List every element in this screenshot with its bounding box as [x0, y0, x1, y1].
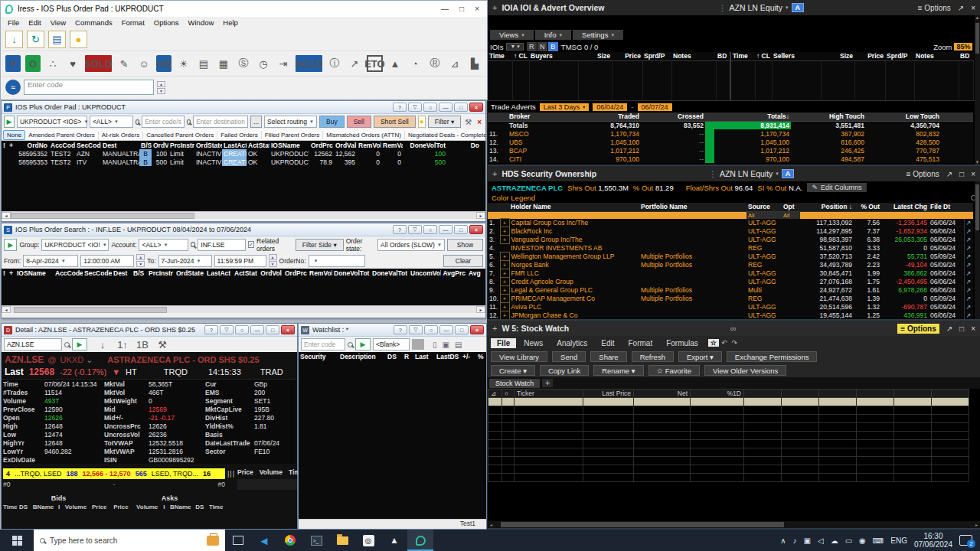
print-icon[interactable]: ▤ — [455, 341, 462, 349]
action-button[interactable]: Refresh — [632, 351, 674, 362]
orderno-select[interactable]: ▼ — [309, 255, 365, 267]
ioia-vscrollbar[interactable]: ▲▼ — [975, 15, 980, 165]
column-header[interactable]: Volume — [260, 468, 283, 476]
file-explorer-icon[interactable] — [329, 530, 355, 551]
code-input[interactable]: Enter code/s — [142, 116, 185, 128]
volume-icon[interactable]: ◁ — [818, 536, 824, 545]
maximize-button[interactable]: □ — [454, 103, 468, 112]
sold-sign-icon[interactable]: SOLD — [85, 55, 112, 72]
filter-funnel-icon[interactable]: ▼ ▾ — [506, 43, 523, 51]
menu-file[interactable]: File — [491, 338, 516, 348]
expand-icon[interactable]: ↗ — [946, 170, 952, 178]
action-button[interactable]: Share — [590, 351, 626, 362]
audit-search-icon[interactable]: ∴ — [45, 55, 60, 72]
security-dropdown-icon[interactable]: ▾ — [776, 171, 779, 177]
menu-item[interactable]: Commands — [71, 18, 116, 28]
move-icon[interactable]: + — [492, 169, 497, 178]
detail-grid-row[interactable]: Time07/06/24 14:15:34MktVal58,365TCurGBp — [2, 380, 296, 388]
favourites-icon[interactable]: ♥ — [65, 55, 80, 72]
holder-row[interactable]: 9.+Legal & General Group PLCMultiple Por… — [488, 286, 973, 295]
task-view-button[interactable] — [225, 530, 251, 551]
venue-select[interactable]: UKXD ⌄ — [60, 355, 93, 365]
depth-one-icon[interactable]: 1↑ — [115, 336, 130, 353]
order-state-select[interactable]: All Orders (SLOW)▼ — [377, 239, 445, 251]
to-date[interactable]: 06/07/24 — [638, 103, 672, 111]
tools-icon[interactable]: ⚒ — [463, 118, 473, 126]
order-row[interactable]: 58595353TEST2ITVMANUALTRADEB500LimitINAC… — [2, 158, 481, 166]
search-icon[interactable] — [64, 342, 70, 347]
holder-row[interactable]: 6.+Norges BankMultiple PortfoliosREG34,4… — [488, 261, 973, 269]
pin-button[interactable]: ○ — [423, 103, 437, 112]
lamp-icon[interactable]: ● — [418, 116, 426, 128]
to-date-select[interactable]: 7-Jun-2024▼ — [158, 255, 212, 267]
destination-browse-button[interactable]: ... — [250, 116, 262, 128]
sold-blue-icon[interactable]: SOLD — [296, 55, 322, 72]
account-select[interactable]: <ALL>▼ — [90, 116, 133, 128]
from-date-select[interactable]: 8-Apr-2024▼ — [23, 255, 78, 267]
quote-strip[interactable]: 4 ...TRQD, LSED 188 12,566 - 12,570 565 … — [3, 468, 225, 479]
action-button[interactable]: Create ▾ — [491, 365, 535, 376]
code-input[interactable]: Enter code — [24, 80, 154, 95]
tools-icon[interactable]: ⚒ — [155, 336, 170, 353]
order-book-icon[interactable]: OB — [156, 55, 172, 72]
options-menu[interactable]: ≡ Options — [906, 170, 939, 178]
watchlist-select[interactable]: <Blank> — [373, 338, 410, 350]
area-chart-icon[interactable]: ▲ — [387, 55, 403, 72]
clock[interactable]: 16:3007/06/2024 — [914, 532, 952, 549]
language-indicator[interactable]: ENG — [890, 536, 907, 545]
action-button[interactable]: ☆ Favorite — [648, 365, 700, 376]
chart-icon[interactable]: ⊿ — [488, 390, 502, 398]
tab[interactable]: Negotiated Deals - Completed — [405, 131, 485, 139]
detail-grid-row[interactable]: Low12474UncrossVol26236Basis — [2, 430, 296, 439]
help-button[interactable]: ? — [393, 225, 407, 234]
screenshare-icon[interactable]: ▣ — [803, 536, 810, 545]
eto-icon[interactable]: ETO — [367, 55, 383, 72]
radio-icon[interactable]: ○ — [502, 390, 514, 398]
bell-icon[interactable]: ● — [70, 31, 87, 48]
from-time-stepper[interactable]: ▲▼ — [136, 254, 145, 267]
filter-button[interactable]: Filter ▾ — [428, 116, 462, 128]
zoom-value[interactable]: 85% — [954, 43, 972, 51]
menu-item[interactable]: Edit — [24, 18, 44, 28]
exit-icon[interactable]: ⇥ — [276, 55, 291, 72]
group-select[interactable]: UKPRODUCT <IO!▼ — [41, 239, 109, 251]
rnb-button[interactable]: B — [548, 42, 558, 51]
maximize-button[interactable]: □ — [455, 325, 469, 334]
action-button[interactable]: Send — [552, 351, 586, 362]
clock-icon[interactable]: ◔ — [407, 55, 423, 72]
ideas-icon[interactable]: ☀ — [176, 55, 191, 72]
settings-button[interactable]: Settings▾ — [573, 30, 623, 40]
code-input[interactable]: Enter code — [301, 338, 345, 350]
close-icon[interactable]: × — [971, 4, 975, 12]
run-button[interactable]: ▶ — [4, 239, 17, 251]
detail-grid-row[interactable]: High12648UncrossPrc12626YldHist%1.81 — [2, 422, 296, 430]
order-search-hscrollbar[interactable]: ◂▸ — [2, 305, 485, 313]
from-date[interactable]: 06/04/24 — [593, 103, 627, 111]
search-icon[interactable] — [136, 119, 139, 125]
tab[interactable]: Cancelled Parent Orders — [143, 131, 217, 139]
options-menu[interactable]: ≡ Options — [918, 4, 951, 12]
broker-row[interactable]: 11.MSCO1,170,734--1,170,734367,902802,83… — [488, 129, 973, 138]
order-pad-hscrollbar[interactable]: ◂▸ — [2, 211, 485, 219]
tab-none[interactable]: None — [3, 130, 25, 140]
column-header[interactable]: Price — [237, 468, 253, 476]
menu-analytics[interactable]: Analytics — [550, 338, 593, 348]
pin-icon[interactable]: ☆ — [708, 339, 719, 347]
short-sell-button[interactable]: Short Sell — [374, 116, 416, 128]
tab[interactable]: Mismatched Orders (ATTN) — [323, 131, 405, 139]
start-button[interactable] — [0, 530, 34, 551]
broker-row[interactable]: 13.BCAP1,017,212--1,017,212246,425770,78… — [488, 146, 973, 155]
search-icon[interactable] — [187, 119, 191, 125]
tab[interactable]: Failed Orders — [217, 131, 261, 139]
minimize-button[interactable]: — — [439, 325, 453, 334]
iress-app-icon[interactable] — [407, 530, 433, 551]
maximize-icon[interactable]: □ — [959, 170, 964, 178]
refresh-r-icon[interactable]: Ⓡ — [427, 55, 443, 72]
action-button[interactable]: View Library — [491, 351, 547, 362]
menu-item[interactable]: Help — [219, 18, 242, 28]
run-button[interactable]: ▶ — [355, 338, 371, 350]
move-icon[interactable]: + — [492, 3, 497, 12]
portfolio-icon[interactable]: P — [5, 55, 21, 72]
holder-row[interactable]: 11.+Aviva PLCULT-AGG20,514,5961.32-690,7… — [488, 303, 973, 311]
menu-formulas[interactable]: Formulas — [660, 338, 704, 348]
